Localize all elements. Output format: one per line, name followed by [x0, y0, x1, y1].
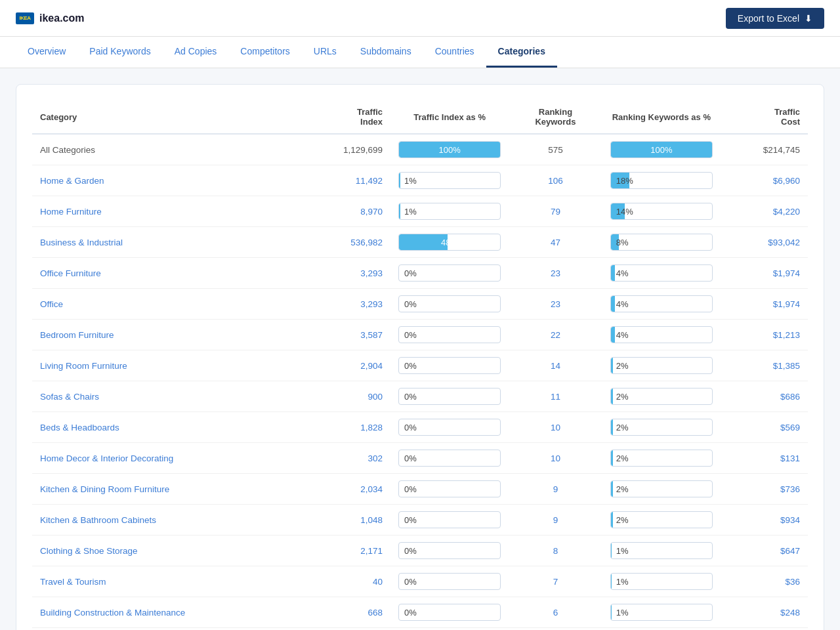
traffic-cost-cell: $6,960 — [721, 165, 808, 196]
traffic-pct-cell: 0% — [390, 536, 509, 566]
category-cell[interactable]: Clothing & Shoe Storage — [32, 536, 299, 566]
traffic-index-cell: 35 — [299, 628, 390, 631]
ranking-pct-label: 100% — [611, 145, 712, 155]
traffic-pct-cell: 0% — [390, 566, 509, 597]
nav-item-paid-keywords[interactable]: Paid Keywords — [77, 37, 162, 68]
category-cell[interactable]: Office — [32, 289, 299, 320]
traffic-pct-label: 1% — [399, 207, 417, 217]
table-row: Beds & Headboards1,8280%102%$569 — [32, 412, 808, 443]
table-row: Kitchen & Dining Room Furniture2,0340%92… — [32, 474, 808, 505]
traffic-index-cell: 2,904 — [299, 350, 390, 381]
traffic-pct-label: 0% — [399, 608, 417, 618]
export-label: Export to Excel — [738, 13, 799, 24]
traffic-pct-label: 0% — [399, 361, 417, 371]
traffic-index-cell: 2,171 — [299, 536, 390, 566]
traffic-pct-label: 0% — [399, 546, 417, 556]
ranking-keywords-cell: 23 — [509, 289, 602, 320]
site-name: ikea.com — [39, 12, 84, 24]
col-header-traffic-pct: Traffic Index as % — [390, 100, 509, 134]
traffic-cost-cell: $934 — [721, 505, 808, 536]
ranking-pct-label: 2% — [611, 453, 629, 463]
ranking-pct-cell: 4% — [602, 258, 721, 289]
ranking-pct-cell: 1% — [602, 597, 721, 628]
traffic-index-cell: 668 — [299, 597, 390, 628]
category-cell[interactable]: Living Room Furniture — [32, 350, 299, 381]
traffic-pct-label: 0% — [399, 299, 417, 309]
traffic-pct-cell: 48% — [390, 227, 509, 258]
nav-item-competitors[interactable]: Competitors — [228, 37, 301, 68]
ranking-keywords-cell: 11 — [509, 381, 602, 412]
category-cell[interactable]: Office Furniture — [32, 258, 299, 289]
category-cell[interactable]: Building Construction & Maintenance — [32, 597, 299, 628]
traffic-pct-cell: 100% — [390, 134, 509, 165]
traffic-pct-cell: 0% — [390, 258, 509, 289]
ranking-pct-cell: 100% — [602, 134, 721, 165]
table-row: Home Decor & Interior Decorating3020%102… — [32, 443, 808, 474]
traffic-index-cell: 1,129,699 — [299, 134, 390, 165]
category-cell[interactable]: Kitchen & Bathroom Cabinets — [32, 505, 299, 536]
traffic-pct-label: 0% — [399, 484, 417, 494]
category-cell[interactable]: Travel & Tourism — [32, 566, 299, 597]
traffic-index-cell: 3,293 — [299, 289, 390, 320]
ranking-pct-cell: 1% — [602, 536, 721, 566]
main-nav: Overview Paid Keywords Ad Copies Competi… — [0, 37, 840, 68]
traffic-index-cell: 40 — [299, 566, 390, 597]
traffic-cost-cell: $569 — [721, 412, 808, 443]
category-cell[interactable]: Beds & Headboards — [32, 412, 299, 443]
category-cell[interactable]: Home & Garden — [32, 165, 299, 196]
nav-item-countries[interactable]: Countries — [423, 37, 486, 68]
categories-table: Category TrafficIndex Traffic Index as %… — [32, 100, 808, 630]
export-button[interactable]: Export to Excel ⬇ — [726, 8, 824, 29]
ranking-pct-cell: 4% — [602, 320, 721, 350]
traffic-cost-cell: $647 — [721, 536, 808, 566]
traffic-pct-label: 48% — [399, 238, 500, 247]
category-cell[interactable]: Sofas & Chairs — [32, 381, 299, 412]
ranking-pct-label: 2% — [611, 392, 629, 402]
ranking-pct-label: 1% — [611, 546, 629, 556]
traffic-index-cell: 900 — [299, 381, 390, 412]
ranking-pct-cell: 1% — [602, 566, 721, 597]
traffic-pct-label: 0% — [399, 268, 417, 278]
ranking-keywords-cell: 47 — [509, 227, 602, 258]
traffic-index-cell: 8,970 — [299, 196, 390, 227]
nav-item-categories[interactable]: Categories — [486, 37, 557, 68]
traffic-pct-cell: 0% — [390, 443, 509, 474]
ranking-keywords-cell: 10 — [509, 412, 602, 443]
ranking-pct-label: 4% — [611, 330, 629, 340]
ikea-logo-icon: IKEA — [16, 12, 34, 24]
ranking-pct-cell: 2% — [602, 443, 721, 474]
traffic-cost-cell: $1,385 — [721, 350, 808, 381]
traffic-pct-label: 0% — [399, 515, 417, 525]
ranking-keywords-cell: 6 — [509, 597, 602, 628]
category-cell[interactable]: Business & Industrial — [32, 227, 299, 258]
download-icon: ⬇ — [805, 13, 812, 24]
category-cell[interactable]: Home Furniture — [32, 196, 299, 227]
traffic-pct-cell: 0% — [390, 474, 509, 505]
logo-area: IKEA ikea.com — [16, 12, 84, 24]
nav-item-subdomains[interactable]: Subdomains — [348, 37, 423, 68]
traffic-index-cell: 302 — [299, 443, 390, 474]
traffic-cost-cell: $1,974 — [721, 289, 808, 320]
category-cell[interactable]: Kitchen & Dining Room Furniture — [32, 474, 299, 505]
header: IKEA ikea.com Export to Excel ⬇ — [0, 0, 840, 37]
traffic-index-cell: 3,293 — [299, 258, 390, 289]
category-cell[interactable]: Bedroom Furniture — [32, 320, 299, 350]
table-row: Bedroom Furniture3,5870%224%$1,213 — [32, 320, 808, 350]
categories-card: Category TrafficIndex Traffic Index as %… — [16, 84, 824, 630]
traffic-index-cell: 11,492 — [299, 165, 390, 196]
traffic-pct-label: 1% — [399, 176, 417, 186]
category-cell[interactable]: Home Decor & Interior Decorating — [32, 443, 299, 474]
nav-item-ad-copies[interactable]: Ad Copies — [163, 37, 229, 68]
nav-item-urls[interactable]: URLs — [302, 37, 348, 68]
category-cell[interactable]: Accommodations — [32, 628, 299, 631]
traffic-cost-cell: $248 — [721, 597, 808, 628]
col-header-ranking-keywords: RankingKeywords — [509, 100, 602, 134]
nav-item-overview[interactable]: Overview — [16, 37, 77, 68]
traffic-cost-cell: $36 — [721, 566, 808, 597]
traffic-pct-label: 0% — [399, 577, 417, 587]
table-row: Home & Garden11,4921%10618%$6,960 — [32, 165, 808, 196]
table-row: Office Furniture3,2930%234%$1,974 — [32, 258, 808, 289]
table-row: Accommodations350%61%$31 — [32, 628, 808, 631]
table-row: Clothing & Shoe Storage2,1710%81%$647 — [32, 536, 808, 566]
traffic-pct-cell: 0% — [390, 628, 509, 631]
